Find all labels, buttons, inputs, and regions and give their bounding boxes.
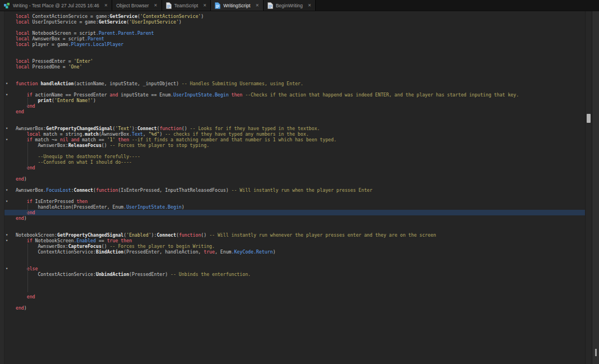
code-line[interactable]: ▾ if match ~= nil and match == '1' then … <box>0 137 586 142</box>
code-token: function <box>159 126 181 131</box>
code-token <box>16 92 27 98</box>
code-line[interactable] <box>0 171 586 176</box>
code-line[interactable]: ▾function handleAction(actionName, input… <box>0 81 586 86</box>
code-line[interactable]: --Confused on what I should do---- <box>0 159 586 165</box>
code-line[interactable]: print('Enterd Name!') <box>0 98 586 103</box>
fold-toggle-icon[interactable]: ▾ <box>6 187 13 193</box>
code-token: PressedEnter = <box>33 58 74 64</box>
tab-close-icon[interactable]: ✕ <box>203 3 206 8</box>
code-token: NotebookScreen <box>35 238 74 243</box>
fold-toggle-icon[interactable]: ▾ <box>6 92 13 98</box>
code-line[interactable] <box>0 148 586 154</box>
code-line[interactable]: local AwnswerBox = script.Parent <box>0 36 586 42</box>
code-token: --Unequip the deathnote forefully---- <box>38 154 140 159</box>
fold-toggle-icon[interactable]: ▾ <box>6 266 13 271</box>
code-line[interactable]: end <box>0 109 586 114</box>
code-line[interactable]: ContextActionService:UnbindAction(Presse… <box>0 271 586 277</box>
code-line[interactable] <box>0 288 586 294</box>
code-token: if <box>27 238 35 243</box>
code-line[interactable]: end) <box>0 215 586 221</box>
fold-toggle-icon[interactable]: ▾ <box>6 137 13 142</box>
code-line[interactable] <box>0 114 586 120</box>
code-token: .Enabled <box>74 238 96 243</box>
fold-toggle-icon[interactable]: ▾ <box>6 126 13 131</box>
code-line[interactable]: local PressedOne = 'One' <box>0 64 586 70</box>
code-line[interactable] <box>0 120 586 126</box>
tab-close-icon[interactable]: ✕ <box>104 3 108 8</box>
code-token: if <box>27 92 35 98</box>
code-token: , <box>143 131 149 137</box>
code-token: local <box>16 13 33 19</box>
code-line[interactable]: ▾ if IsEnterPressed then <box>0 199 586 204</box>
tab-object-browser[interactable]: Object Browser✕ <box>112 0 162 11</box>
code-token: end <box>16 109 24 114</box>
code-line[interactable] <box>0 25 586 30</box>
code-token: () <box>102 243 110 249</box>
code-line[interactable] <box>0 255 586 260</box>
tab-beginwriting[interactable]: BeginWriting✕ <box>264 0 316 11</box>
code-line[interactable]: ▾ else <box>0 266 586 271</box>
code-line[interactable] <box>0 53 586 58</box>
code-line[interactable] <box>0 75 586 81</box>
code-line[interactable]: ▾ if actionName == PressedEnter and inpu… <box>0 92 586 98</box>
tab-writing-test-place-27-jul-2025-16-46[interactable]: Writing - Test Place @ 27 Jul 2025 16:46… <box>0 0 112 11</box>
code-line[interactable] <box>0 227 586 232</box>
code-token: UserInputService = game: <box>33 19 99 25</box>
code-line[interactable] <box>0 283 586 288</box>
code-line[interactable]: end) <box>0 176 586 182</box>
code-line[interactable] <box>0 260 586 266</box>
fold-toggle-icon[interactable]: ▾ <box>6 232 13 238</box>
code-line[interactable]: ▾AwnswerBox.FocusLost:Connect(function(I… <box>0 187 586 193</box>
scrollbar-thumb[interactable] <box>587 114 591 123</box>
code-line[interactable]: ▾AwnswerBox:GetPropertyChangedSignal('Te… <box>0 126 586 131</box>
code-line[interactable]: end <box>0 165 586 171</box>
code-token: and <box>71 137 80 142</box>
code-line[interactable] <box>0 70 586 75</box>
code-line[interactable]: local PressedEnter = 'Enter' <box>0 58 586 64</box>
code-line[interactable] <box>0 86 586 92</box>
code-token: IsEnterPressed <box>35 199 77 204</box>
code-line[interactable]: ▾ if NotebookScreen.Enabled == true then <box>0 238 586 243</box>
code-token: 'ContextActionService' <box>140 13 201 19</box>
code-token: (PressedEnter) <box>129 271 171 277</box>
code-token: match == <box>79 137 107 142</box>
code-line[interactable]: local match = string.match(AwnswerBox.Te… <box>0 131 586 137</box>
code-line[interactable]: local UserInputService = game:GetService… <box>0 19 586 25</box>
code-token: function <box>16 81 40 86</box>
code-line[interactable]: ContextActionService:BindAction(PressedE… <box>0 249 586 255</box>
code-token: GetService <box>99 19 126 25</box>
code-token: ) <box>179 19 182 25</box>
fold-toggle-icon[interactable]: ▾ <box>6 199 13 204</box>
code-line[interactable]: AwnswerBox:ReleaseFocus() -- Forces the … <box>0 142 586 148</box>
code-line[interactable]: end <box>0 103 586 109</box>
script-editor[interactable]: local ContextActionService = game:GetSer… <box>0 11 586 364</box>
code-line[interactable] <box>0 221 586 227</box>
code-line[interactable]: AwnswerBox:CaptureFocus() -- Forces the … <box>0 243 586 249</box>
fold-toggle-icon[interactable]: ▾ <box>6 81 13 86</box>
tab-close-icon[interactable]: ✕ <box>154 3 157 8</box>
code-token <box>16 159 38 165</box>
code-line[interactable] <box>0 182 586 187</box>
code-line[interactable]: local NotebookScreen = script.Parent.Par… <box>0 30 586 36</box>
code-line[interactable]: local ContextActionService = game:GetSer… <box>0 13 586 19</box>
tab-close-icon[interactable]: ✕ <box>308 3 311 8</box>
tab-writingscript[interactable]: WritingScript✕ <box>211 0 263 11</box>
tab-teamscript[interactable]: TeamScript✕ <box>162 0 211 11</box>
code-line[interactable]: end <box>0 294 586 300</box>
code-line[interactable]: handleAction(PressedEnter, Enum.UserInpu… <box>0 204 586 210</box>
code-line[interactable]: ▾NotebookScreen:GetPropertyChangedSignal… <box>0 232 586 238</box>
code-line[interactable]: local player = game.Players.LocalPlayer <box>0 42 586 47</box>
tab-close-icon[interactable]: ✕ <box>255 3 259 8</box>
panel-grip[interactable] <box>595 349 597 356</box>
code-line[interactable]: end <box>0 210 586 215</box>
code-line[interactable]: --Unequip the deathnote forefully---- <box>0 154 586 159</box>
code-line[interactable] <box>0 47 586 53</box>
code-token <box>16 238 27 243</box>
code-line[interactable] <box>0 277 586 283</box>
code-line[interactable] <box>0 193 586 199</box>
fold-toggle-icon[interactable]: ▾ <box>6 238 13 243</box>
code-line[interactable] <box>0 300 586 305</box>
code-token <box>16 199 27 204</box>
code-token: "%d" <box>149 131 160 137</box>
code-line[interactable]: end) <box>0 305 586 311</box>
